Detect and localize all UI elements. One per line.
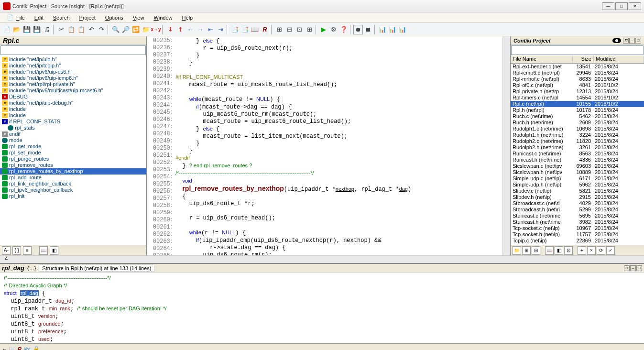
symbol-row[interactable]: #DEBUG bbox=[0, 94, 146, 100]
project-search-input[interactable] bbox=[511, 45, 644, 55]
file-row[interactable]: Runicast.c (net\rime)85632015/8/24 bbox=[511, 151, 644, 157]
tb-stop-icon[interactable]: ⏹ bbox=[363, 25, 373, 34]
ctb-abc[interactable]: Ab+ bbox=[23, 347, 31, 350]
context-code[interactable]: /*--------------------------------------… bbox=[0, 273, 644, 343]
file-row[interactable]: Rpl-ext-header.c (net135412015/8/24 bbox=[511, 64, 644, 70]
ptb-5[interactable]: ◧ bbox=[555, 246, 563, 255]
tb-new-icon[interactable]: 📄 bbox=[2, 25, 11, 34]
minimize-button[interactable]: — bbox=[602, 2, 614, 10]
menu-project[interactable]: Project bbox=[75, 14, 100, 22]
ptb-2[interactable]: ⊞ bbox=[522, 246, 531, 255]
file-row[interactable]: Rpl.h (net\rpl)101782015/8/24 bbox=[511, 107, 644, 113]
tb-tile2-icon[interactable]: ⊟ bbox=[284, 25, 294, 34]
symbol-row[interactable]: #endif bbox=[0, 131, 146, 137]
tb-open-icon[interactable]: 📂 bbox=[12, 25, 22, 34]
symbol-row[interactable]: rpl_stats bbox=[0, 125, 146, 131]
file-row[interactable]: Simple-udp.h (net\ip)59622015/8/24 bbox=[511, 182, 644, 188]
code-text[interactable]: } else { r = uip_ds6_route_next(r); } } … bbox=[175, 36, 502, 255]
tb-help-icon[interactable]: ❓ bbox=[339, 25, 349, 34]
tb-tile1-icon[interactable]: ⊞ bbox=[274, 25, 284, 34]
braces-button[interactable]: { } bbox=[12, 246, 21, 255]
app-menu-icon[interactable]: 📄 bbox=[2, 13, 11, 22]
symbol-row[interactable]: #include "net/rpl/rpl-private.h" bbox=[0, 81, 146, 88]
symbol-row[interactable]: #include bbox=[0, 106, 146, 112]
symbol-row[interactable]: rpl_add_route bbox=[0, 175, 146, 181]
ctb-ref[interactable]: R bbox=[18, 346, 22, 350]
book-button[interactable]: 📖 bbox=[39, 246, 48, 255]
tb-back-icon[interactable]: ← bbox=[186, 25, 195, 34]
symbol-row[interactable]: rpl_remove_routes bbox=[0, 162, 146, 168]
file-row[interactable]: Simple-udp.c (net\ip)61712015/8/24 bbox=[511, 175, 644, 182]
tb-undo-icon[interactable]: ↶ bbox=[87, 25, 96, 34]
vertical-scrollbar[interactable] bbox=[502, 36, 510, 255]
ctb-book[interactable]: 📖 bbox=[9, 346, 16, 350]
file-row[interactable]: Rucb.c (net\rime)54622015/8/24 bbox=[511, 113, 644, 120]
tb-ext1-icon[interactable]: 📊 bbox=[378, 25, 387, 34]
col-modified[interactable]: Modified bbox=[594, 55, 644, 63]
tb-ext2-icon[interactable]: 📊 bbox=[388, 25, 397, 34]
tb-redo-icon[interactable]: ↷ bbox=[97, 25, 106, 34]
tb-cfg-icon[interactable]: ⚙ bbox=[329, 25, 338, 34]
tree-button[interactable]: ≡ bbox=[23, 246, 32, 255]
col-size[interactable]: Size bbox=[573, 55, 594, 63]
symbol-row[interactable]: #include "net/ip/uip.h" bbox=[0, 56, 146, 63]
file-row[interactable]: Tcp-socket.h (net\ip)117572015/8/24 bbox=[511, 231, 644, 238]
file-row[interactable]: Rucb.h (net\rime)26092015/8/24 bbox=[511, 120, 644, 126]
max-button[interactable]: □ bbox=[635, 38, 641, 44]
menu-search[interactable]: Search bbox=[48, 14, 75, 22]
tb-ref-icon[interactable]: R bbox=[260, 25, 270, 34]
file-row[interactable]: Slipdev.c (net\ip)58212015/8/24 bbox=[511, 188, 644, 194]
file-row[interactable]: Slipdev.h (net\ip)29152015/8/24 bbox=[511, 194, 644, 200]
file-row[interactable]: Rudolph1.h (net\rime)32242015/8/24 bbox=[511, 132, 644, 138]
ptb-10[interactable]: ✓ bbox=[606, 246, 615, 255]
symbol-row[interactable]: #include "net/ipv6/multicast/uip-mcast6.… bbox=[0, 88, 146, 94]
ptb-4[interactable]: 📖 bbox=[545, 246, 554, 255]
tb-bookmark-icon[interactable]: ⬇ bbox=[165, 25, 175, 34]
symbol-row[interactable]: rpl_link_neighbor_callback bbox=[0, 181, 146, 187]
menu-file[interactable]: File bbox=[11, 14, 30, 22]
symbol-row[interactable]: #if RPL_CONF_STATS bbox=[0, 119, 146, 125]
code-editor[interactable]: 00235: 00236: 00237: 00238: 00239: 00240… bbox=[147, 36, 510, 255]
menu-view[interactable]: View bbox=[128, 14, 149, 22]
file-row[interactable]: Tcpip.c (net\ip)228692015/8/24 bbox=[511, 238, 644, 244]
tb-goto3-icon[interactable]: ⇥ bbox=[216, 25, 225, 34]
tb-save-icon[interactable]: 💾 bbox=[22, 25, 32, 34]
tb-sym1-icon[interactable]: 📑 bbox=[230, 25, 240, 34]
file-row[interactable]: Rpl-timers.c (net\rpl145542016/10/2 bbox=[511, 95, 644, 101]
tb-book-icon[interactable]: 📖 bbox=[250, 25, 260, 34]
close-button[interactable]: ✕ bbox=[629, 2, 641, 10]
file-row[interactable]: Rudolph2.h (net\rime)32612015/8/24 bbox=[511, 144, 644, 151]
menu-window[interactable]: Window bbox=[149, 14, 177, 22]
ptb-6[interactable]: ⊡ bbox=[564, 246, 573, 255]
symbol-row[interactable]: #include "net/ipv6/uip-ds6.h" bbox=[0, 69, 146, 75]
tb-cut-icon[interactable]: ✂ bbox=[56, 25, 66, 34]
file-row[interactable]: Stbroadcast.c (net\ri40292015/8/24 bbox=[511, 200, 644, 207]
symbol-row[interactable]: #include bbox=[0, 112, 146, 119]
symbol-row[interactable]: #include "net/ip/uip-debug.h" bbox=[0, 100, 146, 106]
tb-sym2-icon[interactable]: 📑 bbox=[240, 25, 250, 34]
file-table[interactable]: File Name Size Modified Rpl-ext-header.c… bbox=[511, 55, 644, 245]
tb-findnext-icon[interactable]: 🔎 bbox=[121, 25, 131, 34]
ptb-8[interactable]: × bbox=[587, 246, 596, 255]
ptb-9[interactable]: ⟳ bbox=[597, 246, 605, 255]
file-row[interactable]: Stunicast.h (net\rime39822015/8/24 bbox=[511, 219, 644, 225]
symbol-list[interactable]: #include "net/ip/uip.h"#include "net/ip/… bbox=[0, 55, 146, 245]
file-row[interactable]: Rudolph1.c (net\rime)106982015/8/24 bbox=[511, 126, 644, 132]
symbol-row[interactable]: rpl_set_mode bbox=[0, 150, 146, 156]
tb-goto-icon[interactable]: x→y bbox=[151, 25, 161, 34]
ctb-lock[interactable]: 🔒 bbox=[33, 346, 40, 350]
horizontal-scrollbar[interactable] bbox=[0, 255, 644, 263]
tb-find-icon[interactable]: 🔍 bbox=[111, 25, 120, 34]
tb-saveall-icon[interactable]: 💾 bbox=[32, 25, 42, 34]
ptb-3[interactable]: ⊟ bbox=[532, 246, 540, 255]
menu-options[interactable]: Options bbox=[100, 14, 128, 22]
file-row[interactable]: Tcp-socket.c (net\ip)109672015/8/24 bbox=[511, 225, 644, 231]
tb-play-icon[interactable]: ▶ bbox=[319, 25, 328, 34]
tb-fwd-icon[interactable]: → bbox=[196, 25, 205, 34]
ptb-7[interactable]: + bbox=[578, 246, 586, 255]
tb-bookmark2-icon[interactable]: ⬆ bbox=[175, 25, 185, 34]
symbol-row[interactable]: rpl_init bbox=[0, 193, 146, 199]
tb-rec-icon[interactable]: ⏺ bbox=[353, 25, 363, 34]
tb-print-icon[interactable]: 🖨 bbox=[42, 25, 52, 34]
tb-replace-icon[interactable]: 🔁 bbox=[131, 25, 141, 34]
